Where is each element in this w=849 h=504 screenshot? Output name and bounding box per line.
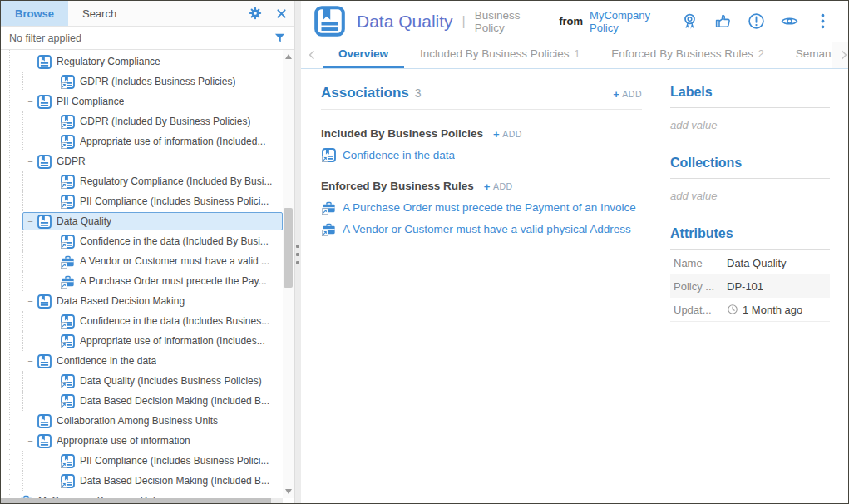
asset-header: Data Quality | Business Policy from MyCo… (301, 1, 848, 42)
collections-add-value[interactable]: add value (670, 190, 830, 202)
collapse-icon[interactable]: − (25, 217, 36, 226)
scroll-down-arrow[interactable] (285, 489, 292, 494)
related-asset-link[interactable]: A Purchase Order must precede the Paymen… (343, 201, 636, 214)
tree-container: −Regulatory Compliance GDPR (Includes Bu… (1, 50, 294, 503)
asset-type-label: Business Policy (475, 9, 552, 34)
tree-vertical-scrollbar[interactable] (283, 50, 294, 498)
policy-ref-icon (322, 148, 336, 162)
collapse-icon[interactable]: − (25, 57, 36, 67)
tab-enforced-by-business-rules[interactable]: Enforced By Business Rules2 (595, 42, 779, 68)
chevron-right-icon (837, 48, 848, 62)
tree-item[interactable]: +MyCompany Business Rules (1, 491, 283, 498)
add-enforcing-rule-button[interactable]: +ADD (484, 180, 513, 193)
add-association-button[interactable]: +ADD (613, 88, 642, 101)
tabs-scroll-left-button[interactable] (301, 42, 323, 68)
tree-item[interactable]: Confidence in the data (Included By Busi… (1, 231, 283, 251)
related-asset-row: A Vendor or Customer must have a valid p… (321, 222, 642, 236)
details-sidebar: Labels add value Collections add value A… (670, 85, 830, 503)
attributes-title: Attributes (670, 226, 830, 250)
tree-item[interactable]: Collaboration Among Business Units (1, 411, 283, 431)
watch-eye-icon[interactable] (781, 12, 798, 30)
tree-item[interactable]: PII Compliance (Includes Business Polici… (1, 451, 283, 471)
from-label: from (559, 15, 583, 27)
policy-icon (37, 55, 52, 69)
certification-badge-icon[interactable] (681, 12, 698, 30)
tab-browse[interactable]: Browse (1, 1, 68, 26)
overview-content: Associations 3 +ADD Included By Business… (301, 69, 848, 503)
tree-item[interactable]: Data Based Decision Making (Included B..… (1, 471, 283, 491)
tab-count-badge: 1 (574, 48, 580, 60)
policy-ref-icon (61, 175, 75, 189)
tree-item[interactable]: A Purchase Order must precede the Pay... (1, 271, 283, 291)
tree-item[interactable]: Appropriate use of information (Included… (1, 131, 283, 151)
associations-column: Associations 3 +ADD Included By Business… (321, 85, 642, 503)
tab-overview[interactable]: Overview (323, 42, 404, 68)
parent-domain-link[interactable]: MyCompany Policy (590, 9, 681, 34)
filter-bar: No filter applied (1, 27, 294, 50)
clock-icon (727, 304, 738, 315)
tree-item[interactable]: PII Compliance (Includes Business Polici… (1, 191, 283, 211)
tab-included-by-business-policies[interactable]: Included By Business Policies1 (404, 42, 595, 68)
attributes-table: Name Data Quality Policy ... DP-101 Upda… (670, 251, 830, 322)
collapse-icon[interactable]: − (25, 357, 36, 366)
scrollbar-thumb[interactable] (284, 208, 293, 288)
tree-item[interactable]: −Regulatory Compliance (1, 52, 283, 72)
issue-alert-icon[interactable] (748, 12, 765, 30)
more-options-kebab-icon[interactable] (814, 12, 832, 30)
policy-icon (37, 414, 52, 428)
rule-ref-icon (61, 274, 75, 289)
rule-ref-icon (61, 254, 75, 269)
tree-horizontal-scrollbar[interactable] (1, 498, 283, 503)
tabs-scroll-right-button[interactable] (832, 42, 848, 68)
policy-icon (37, 215, 52, 229)
settings-button[interactable] (242, 1, 269, 26)
tab-bar: Overview Included By Business Policies1 … (301, 42, 848, 69)
resize-grip-icon (296, 245, 299, 264)
related-asset-link[interactable]: Confidence in the data (343, 149, 455, 161)
policy-ref-icon (61, 374, 75, 388)
title-separator: | (462, 14, 466, 29)
tree-item[interactable]: Regulatory Compliance (Included By Busi.… (1, 171, 283, 191)
related-asset-link[interactable]: A Vendor or Customer must have a valid p… (343, 223, 631, 235)
close-sidebar-button[interactable] (269, 1, 294, 26)
tree-item[interactable]: −Data Based Decision Making (1, 291, 283, 311)
collapse-icon[interactable]: − (25, 437, 36, 446)
filter-funnel-icon[interactable] (274, 32, 286, 44)
tree-item-selected[interactable]: −Data Quality (1, 211, 283, 231)
sidebar-header: Browse Search (1, 1, 294, 27)
policy-icon (37, 354, 52, 368)
tree-item[interactable]: Appropriate use of information (Includes… (1, 331, 283, 351)
related-asset-row: A Purchase Order must precede the Paymen… (321, 200, 642, 215)
gear-icon (249, 7, 262, 20)
policy-icon (37, 95, 52, 109)
policy-icon (37, 294, 52, 309)
tab-semantics[interactable]: Semantics (780, 42, 832, 68)
chevron-left-icon (305, 48, 318, 62)
panel-resize-handle[interactable] (295, 1, 301, 503)
collapse-icon[interactable]: − (25, 97, 36, 106)
scroll-up-arrow[interactable] (285, 54, 292, 59)
tree-item[interactable]: Data Quality (Includes Business Policies… (1, 371, 283, 391)
policy-ref-icon (61, 235, 75, 249)
policy-icon (37, 434, 52, 448)
tree-item[interactable]: −Appropriate use of information (1, 431, 283, 451)
labels-title: Labels (670, 85, 830, 108)
policy-ref-icon (61, 474, 75, 488)
labels-add-value[interactable]: add value (670, 119, 830, 131)
tree-item[interactable]: −GDPR (1, 151, 283, 171)
collapse-icon[interactable]: − (25, 297, 36, 306)
tree-item[interactable]: GDPR (Includes Business Policies) (1, 72, 283, 91)
add-included-policy-button[interactable]: +ADD (493, 128, 522, 141)
thumbs-up-icon[interactable] (714, 12, 732, 30)
tree-item[interactable]: Confidence in the data (Includes Busines… (1, 311, 283, 331)
tree-item[interactable]: A Vendor or Customer must have a valid .… (1, 251, 283, 271)
tab-search[interactable]: Search (68, 1, 131, 26)
collapse-icon[interactable]: − (25, 157, 36, 166)
business-policy-icon (314, 6, 345, 37)
tree-item[interactable]: −Confidence in the data (1, 351, 283, 371)
tree-item[interactable]: −PII Compliance (1, 91, 283, 111)
tree-item[interactable]: GDPR (Included By Business Policies) (1, 111, 283, 131)
related-asset-row: Confidence in the data (321, 148, 642, 162)
tree-item[interactable]: Data Based Decision Making (Included B..… (1, 391, 283, 411)
tab-search-label: Search (82, 7, 116, 20)
